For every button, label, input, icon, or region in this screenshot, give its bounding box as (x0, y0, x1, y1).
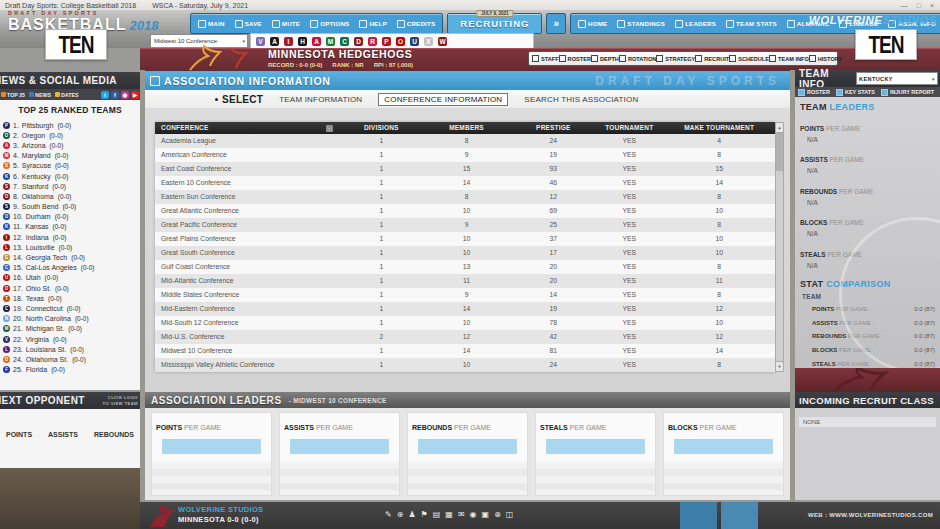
select-option[interactable]: TEAM INFORMATION (274, 94, 367, 105)
tab-news[interactable]: NEWS (29, 92, 51, 98)
conference-row[interactable]: East Coast Conference 1 15 93 YES 15 (155, 162, 775, 176)
social-icon[interactable]: ◉ (121, 91, 129, 99)
main-nav-button[interactable]: LEADERS (670, 20, 721, 28)
conference-row[interactable]: Great Atlantic Conference 1 10 69 YES 10 (155, 204, 775, 218)
ranked-team-row[interactable]: S 5. Syracuse (0-0) (0, 161, 140, 171)
ranked-team-row[interactable]: O 24. Oklahoma St. (0-0) (0, 354, 140, 364)
team-select-dropdown[interactable]: KENTUCKY ▾ (856, 72, 938, 85)
social-icon[interactable]: f (111, 91, 119, 99)
ranked-team-row[interactable]: P 1. Pittsburgh (0-0) (0, 120, 140, 130)
conference-row[interactable]: Mid-U.S. Conference 2 12 42 YES 12 (155, 330, 775, 344)
conference-row[interactable]: Academia League 1 8 24 YES 4 (155, 134, 775, 148)
main-nav-button[interactable]: OPTIONS (305, 20, 354, 28)
team-logo[interactable]: W (438, 37, 447, 46)
maximize-button[interactable]: □ (917, 2, 921, 9)
team-logo[interactable]: C (340, 37, 349, 46)
team-logo[interactable]: V (256, 37, 265, 46)
footer-icon[interactable]: ◫ (506, 510, 514, 520)
main-nav-button[interactable]: HELP (354, 20, 391, 28)
table-scrollbar[interactable]: ▲ ▼ (775, 122, 784, 372)
team-logo[interactable]: A (312, 37, 321, 46)
conference-row[interactable]: Great South Conference 1 10 17 YES 10 (155, 246, 775, 260)
col-members[interactable]: MEMBERS (422, 122, 512, 134)
team-logo[interactable]: M (326, 37, 335, 46)
ranked-team-row[interactable]: I 12. Indiana (0-0) (0, 232, 140, 242)
conference-row[interactable]: Midwest 10 Conference 1 14 81 YES 14 (155, 344, 775, 358)
col-tournament[interactable]: TOURNAMENT (595, 122, 663, 134)
team-logo[interactable]: I (284, 37, 293, 46)
footer-icon[interactable]: ▤ (433, 510, 441, 520)
team-info-tab[interactable]: INJURY REPORT (881, 89, 934, 96)
footer-icon[interactable]: ⊕ (397, 510, 404, 520)
conference-row[interactable]: Great Plains Conference 1 10 37 YES 10 (155, 232, 775, 246)
ranked-team-row[interactable]: C 19. Connecticut (0-0) (0, 303, 140, 313)
team-logo[interactable]: A (270, 37, 279, 46)
col-prestige[interactable]: PRESTIGE (511, 122, 595, 134)
team-logo[interactable]: R (368, 37, 377, 46)
team-nav-button[interactable]: ROSTER (559, 55, 591, 62)
minimize-button[interactable]: — (901, 2, 908, 9)
team-logo[interactable]: O (396, 37, 405, 46)
ranked-team-row[interactable]: L 13. Louisville (0-0) (0, 242, 140, 252)
footer-icon[interactable]: ⚑ (421, 510, 428, 520)
ranked-team-row[interactable]: L 23. Louisiana St. (0-0) (0, 344, 140, 354)
ranked-team-row[interactable]: T 18. Texas (0-0) (0, 293, 140, 303)
close-button[interactable]: × (930, 2, 934, 9)
team-logo[interactable]: D (354, 37, 363, 46)
team-logo[interactable]: X (424, 37, 433, 46)
main-nav-button[interactable]: HOME (573, 20, 612, 28)
select-option[interactable]: SEARCH THIS ASSOCIATION (519, 94, 643, 105)
ranked-team-row[interactable]: F 25. Florida (0-0) (0, 365, 140, 375)
col-conference[interactable]: CONFERENCE - (155, 122, 341, 134)
footer-icon[interactable]: ▣ (482, 510, 490, 520)
team-nav-button[interactable]: HISTORY (809, 55, 843, 62)
social-icon[interactable]: t (101, 91, 109, 99)
team-nav-button[interactable]: DEPTH (591, 55, 619, 62)
sort-indicator-icon[interactable]: - (326, 125, 333, 132)
team-logo[interactable]: U (410, 37, 419, 46)
scroll-down-icon[interactable]: ▼ (776, 361, 783, 371)
phase-button[interactable]: JULY 9, 2021 RECRUITING (447, 13, 542, 34)
team-nav-button[interactable]: RECRUIT (695, 55, 729, 62)
main-nav-button[interactable]: TEAM STATS (721, 20, 782, 28)
footer-icon[interactable]: ✉ (458, 510, 465, 520)
advance-day-button[interactable]: » (546, 13, 566, 34)
conference-row[interactable]: Mid-Eastern Conference 1 14 19 YES 12 (155, 302, 775, 316)
ranked-team-row[interactable]: K 11. Kansas (0-0) (0, 222, 140, 232)
conference-row[interactable]: American Conference 1 9 19 YES 8 (155, 148, 775, 162)
team-nav-button[interactable]: ROTATION (619, 55, 656, 62)
ranked-team-row[interactable]: V 22. Virginia (0-0) (0, 334, 140, 344)
main-nav-button[interactable]: SAVE (230, 20, 267, 28)
ranked-team-row[interactable]: N 20. North Carolina (0-0) (0, 314, 140, 324)
team-nav-button[interactable]: STRATEGY (656, 55, 695, 62)
ranked-team-row[interactable]: U 16. Utah (0-0) (0, 273, 140, 283)
select-option[interactable]: CONFERENCE INFORMATION (378, 93, 508, 106)
team-nav-button[interactable]: TEAM INFO (769, 55, 809, 62)
col-divisions[interactable]: DIVISIONS (341, 122, 422, 134)
main-nav-button[interactable]: MAIN (193, 20, 230, 28)
footer-icon[interactable]: ▦ (445, 510, 453, 520)
ranked-team-row[interactable]: O 2. Oregon (0-0) (0, 130, 140, 140)
team-nav-button[interactable]: STAFF (532, 55, 559, 62)
tab-dates[interactable]: DATES (55, 92, 79, 98)
main-nav-button[interactable]: STANDINGS (612, 20, 670, 28)
conference-row[interactable]: Great Pacific Conference 1 9 25 YES 8 (155, 218, 775, 232)
ranked-team-row[interactable]: G 14. Georgia Tech (0-0) (0, 252, 140, 262)
team-logo[interactable]: P (382, 37, 391, 46)
ranked-team-row[interactable]: S 9. South Bend (0-0) (0, 202, 140, 212)
ranked-team-row[interactable]: A 3. Arizona (0-0) (0, 140, 140, 150)
conference-row[interactable]: Gulf Coast Conference 1 13 20 YES 8 (155, 260, 775, 274)
ranked-team-row[interactable]: M 4. Maryland (0-0) (0, 151, 140, 161)
footer-icon[interactable]: ◉ (470, 510, 477, 520)
ranked-team-row[interactable]: M 21. Michigan St. (0-0) (0, 324, 140, 334)
conference-row[interactable]: Middle States Conference 1 9 14 YES 8 (155, 288, 775, 302)
team-info-tab[interactable]: KEY STATS (836, 89, 875, 96)
scroll-up-icon[interactable]: ▲ (776, 123, 783, 133)
team-nav-button[interactable]: SCHEDULE (729, 55, 769, 62)
footer-icon[interactable]: ⊗ (494, 510, 501, 520)
ranked-team-row[interactable]: O 17. Ohio St. (0-0) (0, 283, 140, 293)
ranked-team-row[interactable]: S 7. Stanford (0-0) (0, 181, 140, 191)
team-logo[interactable]: H (298, 37, 307, 46)
conference-row[interactable]: Mid-South 12 Conference 1 10 78 YES 10 (155, 316, 775, 330)
conference-row[interactable]: Mid-Atlantic Conference 1 11 20 YES 11 (155, 274, 775, 288)
